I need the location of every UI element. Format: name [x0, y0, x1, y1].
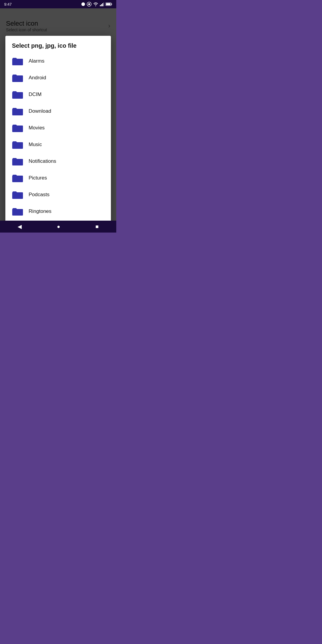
dialog-title: Select png, jpg, ico file	[5, 36, 111, 53]
folder-name-podcasts: Podcasts	[29, 192, 49, 198]
svg-rect-3	[100, 5, 101, 6]
folder-icon	[12, 123, 23, 133]
folder-name-download: Download	[29, 108, 51, 114]
svg-rect-9	[106, 3, 111, 5]
folder-list: AlarmsAndroidDCIMDownloadMoviesMusicNoti…	[5, 53, 111, 220]
folder-icon	[12, 56, 23, 66]
svg-rect-5	[102, 3, 103, 6]
circle-icon	[81, 2, 85, 6]
folder-item-movies[interactable]: Movies	[5, 120, 111, 136]
folder-icon	[12, 106, 23, 116]
wifi-icon	[93, 2, 98, 6]
folder-name-android: Android	[29, 75, 46, 81]
folder-item-music[interactable]: Music	[5, 136, 111, 153]
app-icon	[87, 2, 92, 7]
folder-item-notifications[interactable]: Notifications	[5, 153, 111, 170]
folder-item-download[interactable]: Download	[5, 103, 111, 120]
folder-name-dcim: DCIM	[29, 92, 41, 97]
svg-rect-8	[112, 4, 112, 5]
folder-item-dcim[interactable]: DCIM	[5, 86, 111, 103]
folder-item-alarms[interactable]: Alarms	[5, 53, 111, 69]
recents-nav-icon[interactable]: ■	[95, 224, 99, 230]
status-icons	[81, 2, 112, 7]
svg-rect-6	[103, 2, 104, 6]
file-picker-dialog: Select png, jpg, ico file AlarmsAndroidD…	[5, 36, 111, 233]
folder-icon	[12, 207, 23, 216]
svg-point-2	[88, 3, 90, 5]
folder-name-movies: Movies	[29, 125, 45, 131]
folder-icon	[12, 90, 23, 99]
folder-icon	[12, 190, 23, 199]
folder-icon	[12, 140, 23, 149]
folder-item-android[interactable]: Android	[5, 69, 111, 86]
back-nav-icon[interactable]: ◀	[18, 223, 22, 230]
svg-rect-4	[101, 4, 102, 6]
battery-icon	[106, 2, 112, 6]
status-bar: 9:47	[0, 0, 116, 8]
folder-name-notifications: Notifications	[29, 158, 56, 164]
signal-icon	[100, 2, 104, 6]
folder-icon	[12, 73, 23, 83]
folder-item-pictures[interactable]: Pictures	[5, 170, 111, 186]
folder-name-ringtones: Ringtones	[29, 208, 52, 214]
status-time: 9:47	[4, 2, 12, 7]
folder-name-alarms: Alarms	[29, 58, 44, 64]
svg-point-0	[81, 2, 85, 6]
nav-bar: ◀ ● ■	[0, 221, 116, 233]
folder-name-pictures: Pictures	[29, 175, 47, 181]
home-nav-icon[interactable]: ●	[57, 224, 60, 230]
folder-item-ringtones[interactable]: Ringtones	[5, 203, 111, 220]
folder-icon	[12, 157, 23, 166]
folder-icon	[12, 173, 23, 183]
folder-name-music: Music	[29, 142, 42, 148]
folder-item-podcasts[interactable]: Podcasts	[5, 186, 111, 203]
